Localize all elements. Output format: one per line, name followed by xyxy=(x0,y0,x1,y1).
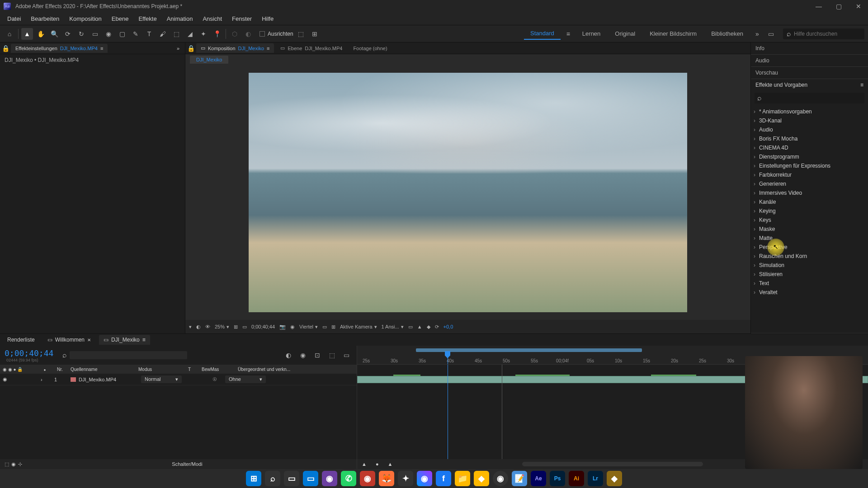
color-mgmt-icon[interactable]: ◉ xyxy=(290,324,295,330)
view-options-3[interactable]: ◆ xyxy=(427,324,430,330)
start-button[interactable]: ⊞ xyxy=(246,471,261,486)
maximize-button[interactable]: ▢ xyxy=(833,2,844,11)
menu-hilfe[interactable]: Hilfe xyxy=(257,14,278,24)
tab-comp-menu-icon[interactable]: ≡ xyxy=(142,337,146,343)
toolbar-extra-2[interactable]: ◐ xyxy=(242,28,254,40)
tab-overflow-icon[interactable]: » xyxy=(173,45,183,52)
timeline-icon-2[interactable]: ◉ xyxy=(297,349,309,361)
home-icon[interactable]: ⌂ xyxy=(4,28,15,40)
zoom-in-icon[interactable]: ▲ xyxy=(388,461,393,467)
timeline-icon-3[interactable]: ⊡ xyxy=(311,349,323,361)
workspace-menu-icon[interactable]: ≡ xyxy=(562,28,574,40)
timeline-icon-1[interactable]: ◐ xyxy=(283,349,294,361)
obs-icon[interactable]: ◉ xyxy=(493,471,508,486)
layer-search-input[interactable] xyxy=(70,351,187,359)
menu-komposition[interactable]: Komposition xyxy=(65,14,106,24)
toolbar-panel-icon[interactable]: ▭ xyxy=(765,28,777,40)
puppet-tool[interactable]: 📍 xyxy=(211,28,223,40)
firefox-icon[interactable]: 🦊 xyxy=(379,471,394,486)
viewer-alpha-icon[interactable]: ◐ xyxy=(196,324,201,330)
camera-tool[interactable]: ▭ xyxy=(89,28,101,40)
aftereffects-icon[interactable]: Ae xyxy=(531,471,546,486)
menu-bearbeiten[interactable]: Bearbeiten xyxy=(26,14,64,24)
brush-tool[interactable]: 🖌 xyxy=(157,28,169,40)
taskbar-app-3[interactable]: ◉ xyxy=(360,471,375,486)
effects-category-item[interactable]: Text xyxy=(751,279,868,288)
orbit-tool[interactable]: ⟳ xyxy=(62,28,74,40)
footer-icon-1[interactable]: ⬚ xyxy=(5,461,9,467)
tab-comp-menu-icon[interactable]: ≡ xyxy=(267,46,269,51)
workspace-standard[interactable]: Standard xyxy=(524,28,561,40)
menu-animation[interactable]: Animation xyxy=(162,14,198,24)
photoshop-icon[interactable]: Ps xyxy=(550,471,565,486)
tab-footage[interactable]: Footage (ohne) xyxy=(349,44,392,53)
illustrator-icon[interactable]: Ai xyxy=(569,471,584,486)
zoom-slider-handle[interactable]: ● xyxy=(376,461,379,467)
tab-willkommen[interactable]: ▭ Willkommen ✕ xyxy=(43,335,95,345)
layer-parent-select[interactable]: Ohne▾ xyxy=(225,375,266,383)
shape-tool[interactable]: ▢ xyxy=(116,28,128,40)
snapshot-icon[interactable]: 📷 xyxy=(279,324,286,330)
exposure-value[interactable]: +0,0 xyxy=(443,324,453,329)
view-options-1[interactable]: ▭ xyxy=(408,324,413,330)
comp-lock-icon[interactable]: 🔒 xyxy=(187,42,194,54)
menu-fenster[interactable]: Fenster xyxy=(227,14,256,24)
snap-options-icon[interactable]: ⊞ xyxy=(309,28,321,40)
effects-category-item[interactable]: 3D-Kanal xyxy=(751,116,868,125)
workspace-kleiner[interactable]: Kleiner Bildschirm xyxy=(643,28,703,39)
effects-category-item[interactable]: Farbkorrektur xyxy=(751,170,868,179)
menu-effekte[interactable]: Effekte xyxy=(134,14,161,24)
whatsapp-icon[interactable]: ✆ xyxy=(341,471,356,486)
resolution-icon[interactable]: ⊞ xyxy=(234,324,238,330)
layer-row-1[interactable]: ◉ › 1 DJI_Mexiko.MP4 Normal▾ ☉ Ohne▾ xyxy=(0,374,357,385)
panel-info[interactable]: Info xyxy=(751,42,868,54)
tab-ebene[interactable]: ▭ Ebene DJI_Mexiko.MP4 xyxy=(276,43,347,53)
layer-mode-select[interactable]: Normal▾ xyxy=(141,375,182,383)
tab-comp-timeline[interactable]: ▭ DJI_Mexiko ≡ xyxy=(99,335,150,345)
effects-search[interactable]: ⌕ xyxy=(755,93,864,103)
view-options-2[interactable]: ▲ xyxy=(417,324,422,329)
effects-category-item[interactable]: Audio xyxy=(751,125,868,134)
playhead[interactable] xyxy=(448,351,448,364)
layer-color-swatch[interactable] xyxy=(71,377,76,382)
roto-tool[interactable]: ✦ xyxy=(198,28,209,40)
taskbar-app-5[interactable]: ◆ xyxy=(474,471,489,486)
align-checkbox[interactable]: Ausrichten xyxy=(259,31,293,37)
menu-datei[interactable]: Datei xyxy=(3,14,25,24)
effects-category-item[interactable]: Keying xyxy=(751,206,868,216)
rotation-tool[interactable]: ↻ xyxy=(75,28,87,40)
effects-category-item[interactable]: Veraltet xyxy=(751,288,868,297)
effects-category-item[interactable]: Kanäle xyxy=(751,197,868,206)
workspace-overflow-icon[interactable]: » xyxy=(751,28,763,40)
view-3d-icon[interactable]: ▭ xyxy=(322,324,327,330)
effects-category-item[interactable]: Perspektive xyxy=(751,243,868,252)
effects-panel-menu-icon[interactable]: ≡ xyxy=(860,82,863,88)
timeline-icon-4[interactable]: ⬚ xyxy=(326,349,338,361)
panel-audio[interactable]: Audio xyxy=(751,55,868,66)
selection-tool[interactable]: ▲ xyxy=(21,28,33,40)
taskbar-app-6[interactable]: ◆ xyxy=(607,471,622,486)
camera-dropdown[interactable]: Aktive Kamera ▾ xyxy=(340,324,377,330)
comp-name-tab[interactable]: DJI_Mexiko xyxy=(190,56,228,64)
effects-category-item[interactable]: Boris FX Mocha xyxy=(751,134,868,143)
viewer-timecode[interactable]: 0;00;40;44 xyxy=(251,324,275,329)
pan-behind-tool[interactable]: ◉ xyxy=(103,28,114,40)
effects-category-item[interactable]: Einstellungen für Expressions xyxy=(751,161,868,170)
view-grid-icon[interactable]: ⊞ xyxy=(331,324,335,330)
tab-renderliste[interactable]: Renderliste xyxy=(3,335,39,345)
facebook-icon[interactable]: f xyxy=(436,471,451,486)
composition-viewer[interactable] xyxy=(185,65,750,320)
help-search[interactable]: ⌕ xyxy=(783,28,864,39)
timeline-icon-5[interactable]: ▭ xyxy=(340,349,352,361)
effects-category-item[interactable]: Matte xyxy=(751,234,868,243)
menu-ansicht[interactable]: Ansicht xyxy=(198,14,226,24)
close-button[interactable]: ✕ xyxy=(853,2,864,11)
tab-menu-icon[interactable]: ≡ xyxy=(100,46,103,51)
panel-lock-icon[interactable]: 🔒 xyxy=(2,42,9,54)
eraser-tool[interactable]: ◢ xyxy=(184,28,196,40)
effects-category-item[interactable]: Simulation xyxy=(751,261,868,270)
taskbar-app-4[interactable]: ✦ xyxy=(398,471,413,486)
view-count-dropdown[interactable]: 1 Ansi... ▾ xyxy=(382,324,404,330)
type-tool[interactable]: T xyxy=(143,28,155,40)
effects-category-item[interactable]: Stilisieren xyxy=(751,270,868,279)
